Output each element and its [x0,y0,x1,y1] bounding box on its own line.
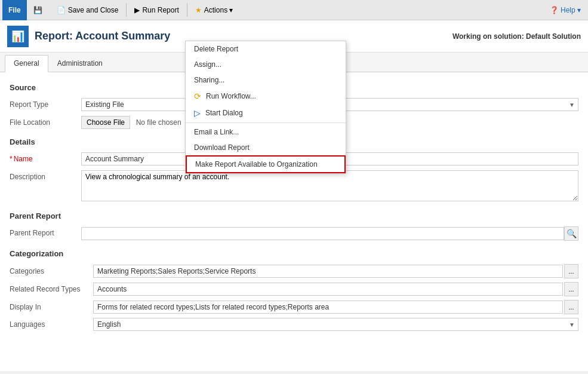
display-in-ellipsis-button[interactable]: ... [564,300,578,314]
related-record-types-row: Related Record Types Accounts ... [10,282,578,296]
page-title: Report: Account Summary [35,30,170,42]
separator-2 [187,4,187,17]
start-dialog-icon: ▷ [194,108,201,118]
actions-button[interactable]: ★ Actions ▾ [190,4,239,17]
start-dialog-label: Start Dialog [205,109,243,117]
menu-item-start-dialog[interactable]: ▷ Start Dialog [186,105,346,121]
run-workflow-icon: ⟳ [194,91,201,101]
delete-report-label: Delete Report [194,45,238,53]
actions-label: Actions ▾ [204,6,233,14]
parent-report-field-wrapper: 🔍 [81,226,578,241]
make-available-label: Make Report Available to Organization [195,160,318,168]
languages-label: Languages [10,320,93,329]
report-icon: 📊 [7,26,29,47]
assign-label: Assign... [194,60,221,69]
separator-1 [126,4,127,17]
related-record-types-ellipsis-button[interactable]: ... [564,282,578,296]
languages-row: Languages English [10,318,578,331]
parent-report-section-title: Parent Report [10,211,578,220]
display-in-value: Forms for related record types;Lists for… [93,301,563,314]
parent-report-label: Parent Report [10,226,81,237]
menu-item-run-workflow[interactable]: ⟳ Run Workflow... [186,88,346,105]
tab-administration[interactable]: Administration [48,55,112,72]
menu-item-make-available[interactable]: Make Report Available to Organization [186,155,346,173]
help-area: ❓ Help ▾ [545,4,586,16]
download-report-label: Download Report [194,143,250,152]
display-in-row: Display In Forms for related record type… [10,300,578,314]
description-value [81,170,578,203]
categories-value: Marketing Reports;Sales Reports;Service … [93,265,563,278]
related-record-types-wrapper: Accounts ... [93,282,578,296]
categories-label: Categories [10,267,93,275]
sharing-label: Sharing... [194,76,224,84]
menu-separator [186,122,346,123]
menu-item-email-link[interactable]: Email a Link... [186,124,346,140]
report-type-label: Report Type [10,98,81,109]
related-record-types-label: Related Record Types [10,285,93,293]
save-button[interactable]: 💾 [28,4,50,17]
description-label: Description [10,170,81,181]
display-in-label: Display In [10,303,93,311]
email-link-label: Email a Link... [194,128,239,136]
save-icon: 💾 [33,6,42,14]
related-record-types-value: Accounts [93,283,563,296]
categories-ellipsis-button[interactable]: ... [564,264,578,278]
working-on-label: Working on solution: Default Solution [452,32,581,41]
description-row: Description [10,170,578,203]
categories-row: Categories Marketing Reports;Sales Repor… [10,264,578,278]
parent-report-row: Parent Report 🔍 [10,226,578,241]
report-icon-symbol: 📊 [11,30,24,43]
languages-select[interactable]: English [93,318,578,331]
run-report-label: Run Report [142,6,178,14]
menu-item-assign[interactable]: Assign... [186,57,346,72]
file-button[interactable]: File [2,0,27,20]
languages-select-wrapper: English [93,318,578,331]
parent-report-input[interactable] [81,227,564,240]
actions-dropdown-menu: Delete Report Assign... Sharing... ⟳ Run… [185,41,346,174]
file-location-label: File Location [10,116,81,127]
run-workflow-label: Run Workflow... [206,92,256,100]
run-report-button[interactable]: ▶ Run Report [129,4,184,17]
categorization-section-title: Categorization [10,249,578,258]
menu-item-download-report[interactable]: Download Report [186,140,346,155]
categories-field-wrapper: Marketing Reports;Sales Reports;Service … [93,264,578,278]
parent-report-value: 🔍 [81,226,578,241]
parent-report-lookup-button[interactable]: 🔍 [564,226,578,241]
file-name-text: No file chosen [136,118,181,127]
tab-general[interactable]: General [5,55,48,72]
name-label: Name [10,152,81,163]
menu-item-delete-report[interactable]: Delete Report [186,41,346,57]
actions-star-icon: ★ [195,6,202,14]
menu-item-sharing[interactable]: Sharing... [186,72,346,88]
lookup-icon: 🔍 [567,229,577,238]
save-close-label: Save and Close [68,6,119,14]
save-close-button[interactable]: 📄 Save and Close [51,4,124,17]
run-report-icon: ▶ [134,6,140,14]
help-button[interactable]: ❓ Help ▾ [545,4,586,16]
description-input[interactable] [81,170,578,201]
toolbar: File 💾 📄 Save and Close ▶ Run Report ★ A… [0,0,588,20]
save-close-icon: 📄 [57,6,66,14]
display-in-wrapper: Forms for related record types;Lists for… [93,300,578,314]
choose-file-button[interactable]: Choose File [81,116,130,129]
